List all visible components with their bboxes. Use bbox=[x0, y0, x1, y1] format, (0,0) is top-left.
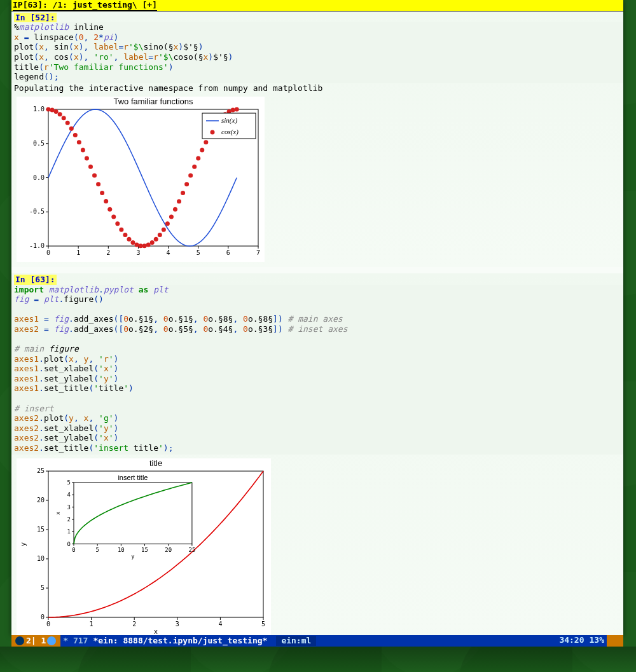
svg-point-37 bbox=[81, 148, 85, 153]
svg-point-56 bbox=[154, 237, 158, 242]
svg-point-48 bbox=[123, 233, 127, 237]
chart-output: 0123450510152025titlexy0510152025012345i… bbox=[17, 458, 271, 636]
svg-text:7: 7 bbox=[256, 249, 260, 256]
svg-text:insert title: insert title bbox=[118, 474, 148, 481]
svg-text:3: 3 bbox=[176, 621, 179, 627]
svg-point-31 bbox=[58, 113, 62, 117]
svg-point-39 bbox=[88, 165, 93, 169]
svg-point-32 bbox=[62, 116, 66, 121]
svg-text:0: 0 bbox=[41, 614, 45, 621]
svg-text:0: 0 bbox=[72, 546, 75, 552]
svg-point-68 bbox=[200, 148, 204, 153]
svg-point-51 bbox=[135, 243, 139, 247]
svg-text:1: 1 bbox=[67, 528, 71, 535]
svg-text:15: 15 bbox=[37, 526, 45, 533]
svg-point-29 bbox=[50, 108, 55, 113]
svg-text:20: 20 bbox=[165, 546, 172, 552]
svg-point-28 bbox=[46, 107, 51, 112]
svg-point-60 bbox=[169, 215, 174, 219]
window-number: 2| 1 bbox=[26, 636, 46, 646]
svg-point-61 bbox=[173, 207, 177, 212]
circle-icon bbox=[15, 636, 24, 645]
svg-point-42 bbox=[100, 191, 104, 195]
modeline-cursor-pos: 34:20 bbox=[556, 635, 586, 647]
svg-point-50 bbox=[130, 240, 135, 245]
svg-point-76 bbox=[231, 108, 235, 113]
svg-text:1: 1 bbox=[90, 621, 93, 627]
svg-text:-0.5: -0.5 bbox=[29, 209, 45, 216]
svg-text:3: 3 bbox=[136, 249, 140, 256]
svg-text:25: 25 bbox=[188, 546, 195, 552]
svg-point-38 bbox=[85, 156, 89, 161]
svg-text:5: 5 bbox=[41, 584, 45, 591]
notebook-cell[interactable]: In [63]: import matplotlib.pyplot as plt… bbox=[11, 273, 623, 641]
svg-text:cos(x): cos(x) bbox=[221, 128, 238, 136]
modeline-indicator: 2| 1 bbox=[11, 635, 60, 647]
svg-text:5: 5 bbox=[197, 249, 200, 256]
svg-point-41 bbox=[96, 182, 100, 187]
svg-text:sin(x): sin(x) bbox=[221, 116, 237, 125]
svg-text:0: 0 bbox=[67, 540, 71, 547]
svg-text:15: 15 bbox=[141, 546, 148, 552]
cell-prompt: In [52]: bbox=[14, 13, 57, 23]
svg-point-53 bbox=[142, 244, 147, 249]
modeline-buffer-name[interactable]: *ein: 8888/test.ipynb/just_testing* bbox=[90, 636, 270, 646]
svg-text:2: 2 bbox=[106, 249, 110, 256]
notebook-cell[interactable]: In [52]: %matplotlib inlinex = linspace(… bbox=[11, 11, 623, 267]
modeline-end-block bbox=[607, 635, 623, 647]
window-titlebar: IP[63]: /1: just_testing\ [+] bbox=[11, 0, 623, 11]
svg-point-52 bbox=[139, 244, 143, 249]
cell-output-text: Populating the interactive namespace fro… bbox=[11, 83, 623, 93]
svg-point-64 bbox=[184, 182, 189, 187]
svg-point-40 bbox=[92, 174, 97, 178]
svg-text:x: x bbox=[55, 511, 61, 514]
svg-point-55 bbox=[150, 240, 155, 245]
svg-point-54 bbox=[146, 243, 151, 247]
editor-frame: IP[63]: /1: just_testing\ [+] In [52]: %… bbox=[11, 0, 623, 636]
svg-text:Two familiar functions: Two familiar functions bbox=[114, 97, 193, 106]
svg-point-44 bbox=[107, 207, 112, 212]
svg-point-43 bbox=[104, 199, 108, 203]
svg-text:5: 5 bbox=[95, 546, 99, 552]
titlebar-text: IP[63]: /1: just_testing\ [+] bbox=[13, 0, 157, 11]
svg-text:y: y bbox=[19, 542, 27, 545]
svg-text:4: 4 bbox=[67, 491, 71, 498]
svg-point-46 bbox=[115, 222, 120, 226]
svg-text:2: 2 bbox=[132, 621, 136, 627]
svg-text:0: 0 bbox=[46, 621, 50, 627]
svg-point-36 bbox=[77, 141, 81, 145]
svg-point-59 bbox=[165, 222, 170, 226]
svg-point-49 bbox=[127, 237, 131, 242]
svg-text:4: 4 bbox=[167, 249, 170, 256]
svg-point-67 bbox=[196, 156, 200, 161]
svg-text:5: 5 bbox=[261, 621, 265, 627]
svg-point-45 bbox=[111, 215, 116, 219]
svg-point-77 bbox=[235, 107, 239, 112]
svg-point-66 bbox=[192, 165, 197, 169]
svg-text:1: 1 bbox=[76, 249, 80, 256]
modeline-modified: * 717 bbox=[60, 636, 90, 646]
code-area[interactable]: import matplotlib.pyplot as pltfig = plt… bbox=[11, 285, 623, 455]
svg-text:2: 2 bbox=[67, 516, 71, 523]
modeline: 2| 1 * 717 *ein: 8888/test.ipynb/just_te… bbox=[11, 635, 623, 647]
svg-text:0.0: 0.0 bbox=[33, 174, 45, 181]
modeline-scroll-pct: 13% bbox=[587, 635, 607, 647]
svg-text:x: x bbox=[154, 627, 158, 635]
svg-text:4: 4 bbox=[218, 621, 222, 627]
svg-text:5: 5 bbox=[67, 479, 71, 486]
svg-point-35 bbox=[73, 133, 78, 137]
svg-text:-1.0: -1.0 bbox=[29, 242, 45, 249]
svg-point-57 bbox=[158, 233, 162, 237]
modeline-major-mode: ein:ml bbox=[276, 636, 316, 646]
code-area[interactable]: %matplotlib inlinex = linspace(0, 2*pi)p… bbox=[11, 22, 623, 83]
svg-text:title: title bbox=[149, 458, 162, 468]
cell-prompt: In [63]: bbox=[14, 275, 57, 285]
svg-text:1.0: 1.0 bbox=[33, 106, 45, 113]
svg-text:3: 3 bbox=[67, 504, 71, 510]
svg-text:0: 0 bbox=[46, 249, 50, 256]
svg-point-34 bbox=[69, 127, 74, 131]
svg-point-30 bbox=[54, 109, 59, 114]
svg-text:y: y bbox=[132, 552, 135, 559]
svg-point-65 bbox=[188, 174, 193, 178]
svg-text:0.5: 0.5 bbox=[33, 140, 45, 147]
